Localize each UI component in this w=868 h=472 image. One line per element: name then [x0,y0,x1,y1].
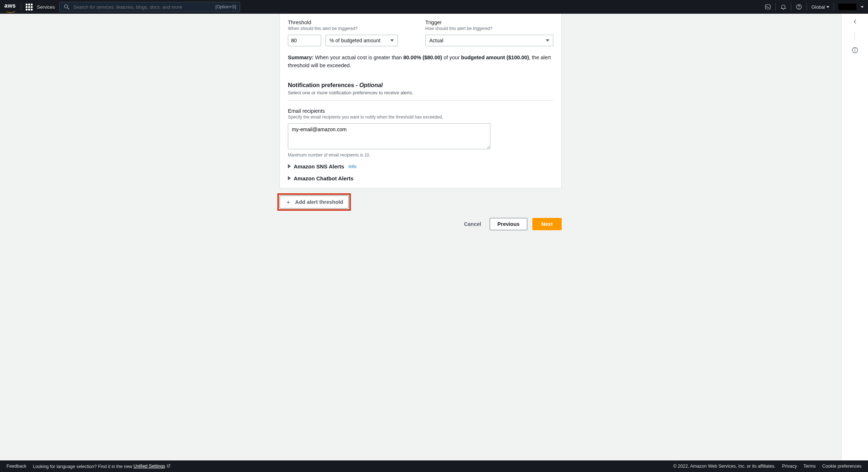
unified-settings-text: Unified Settings [133,464,165,469]
lang-prompt-text: Looking for language selection? Find it … [33,464,133,469]
notifications-icon[interactable] [780,4,787,10]
terms-link[interactable]: Terms [804,464,816,469]
aws-logo-text: aws [4,3,16,9]
triangle-right-icon [288,176,291,180]
svg-point-8 [855,49,855,49]
sns-alerts-label: Amazon SNS Alerts [294,163,344,170]
top-nav: aws Services [Option+S] Global [0,0,868,14]
previous-button[interactable]: Previous [490,218,527,230]
summary-pct: 80.00% ($80.00) [403,55,442,60]
privacy-link[interactable]: Privacy [782,464,797,469]
cloudshell-icon[interactable] [765,4,771,10]
search-shortcut: [Option+S] [216,4,236,9]
copyright: © 2022, Amazon Web Services, Inc. or its… [673,464,775,469]
nav-divider [834,3,834,11]
nav-divider [791,3,791,11]
sns-alerts-expander[interactable]: Amazon SNS Alerts Info [288,163,553,170]
notif-title-text: Notification preferences - [288,82,359,88]
threshold-label: Threshold [288,20,416,25]
svg-point-0 [64,5,68,8]
unified-settings-link[interactable]: Unified Settings [133,464,171,469]
chatbot-alerts-label: Amazon Chatbot Alerts [294,175,353,181]
cancel-button[interactable]: Cancel [460,218,485,230]
global-search[interactable]: [Option+S] [59,2,240,12]
lang-prompt: Looking for language selection? Find it … [33,464,171,469]
divider [288,100,553,101]
threshold-summary: Summary: When your actual cost is greate… [288,53,553,70]
caret-down-icon [546,39,549,42]
trigger-select[interactable]: Actual [425,35,553,46]
caret-down-icon [390,39,394,42]
email-desc: Specify the email recipients you want to… [288,115,553,120]
svg-line-1 [67,8,69,9]
caret-down-icon [861,6,864,8]
notif-desc: Select one or more notification preferen… [288,90,553,95]
nav-divider [21,3,21,11]
region-label: Global [811,4,825,10]
notif-optional: Optional [359,82,383,88]
svg-point-5 [799,8,799,8]
plus-icon: ＋ [285,199,292,205]
help-rail [841,14,868,460]
nav-divider [807,3,807,11]
email-recipients-input[interactable] [288,123,490,149]
services-link[interactable]: Services [37,4,55,10]
trigger-desc: How should this alert be triggered? [425,26,553,31]
threshold-desc: When should this alert be triggered? [288,26,416,31]
summary-pre: When your actual cost is greater than [314,55,403,60]
rail-divider [855,32,855,41]
help-icon[interactable] [796,4,802,10]
threshold-value-input[interactable] [288,35,321,46]
email-label: Email recipients [288,108,553,114]
feedback-link[interactable]: Feedback [7,464,26,469]
next-button[interactable]: Next [532,218,562,230]
add-threshold-highlight: ＋ Add alert threshold [280,196,349,209]
wizard-actions: Cancel Previous Next [280,218,562,230]
trigger-label: Trigger [425,20,553,25]
aws-smile-icon [4,9,17,11]
summary-budget: budgeted amount ($100.00) [461,55,529,60]
svg-rect-2 [766,5,771,9]
footer-bar: Feedback Looking for language selection?… [0,460,868,472]
summary-lead: Summary: [288,55,314,60]
chatbot-alerts-expander[interactable]: Amazon Chatbot Alerts [288,175,553,181]
services-grid-icon[interactable] [26,4,33,10]
trigger-value: Actual [429,38,443,43]
add-alert-threshold-label: Add alert threshold [295,199,343,205]
threshold-unit-value: % of budgeted amount [329,38,380,43]
threshold-unit-select[interactable]: % of budgeted amount [326,35,398,46]
notif-title: Notification preferences - Optional [288,82,553,89]
caret-down-icon [826,6,829,8]
summary-mid: of your [442,55,461,60]
email-hint: Maximum number of email recipients is 10… [288,153,553,158]
external-link-icon [166,464,171,469]
add-alert-threshold-button[interactable]: ＋ Add alert threshold [280,196,349,209]
region-selector[interactable]: Global [811,4,829,10]
triangle-right-icon [288,164,291,168]
cookie-link[interactable]: Cookie preferences [822,464,861,469]
nav-divider [775,3,776,11]
aws-logo[interactable]: aws [4,3,17,11]
alert-config-panel: Threshold When should this alert be trig… [280,14,562,188]
sns-info-link[interactable]: Info [348,164,356,169]
search-icon [63,4,70,10]
search-input[interactable] [73,4,212,10]
collapse-rail-icon[interactable] [851,18,859,26]
info-icon[interactable] [851,47,859,55]
account-menu[interactable] [838,4,856,10]
